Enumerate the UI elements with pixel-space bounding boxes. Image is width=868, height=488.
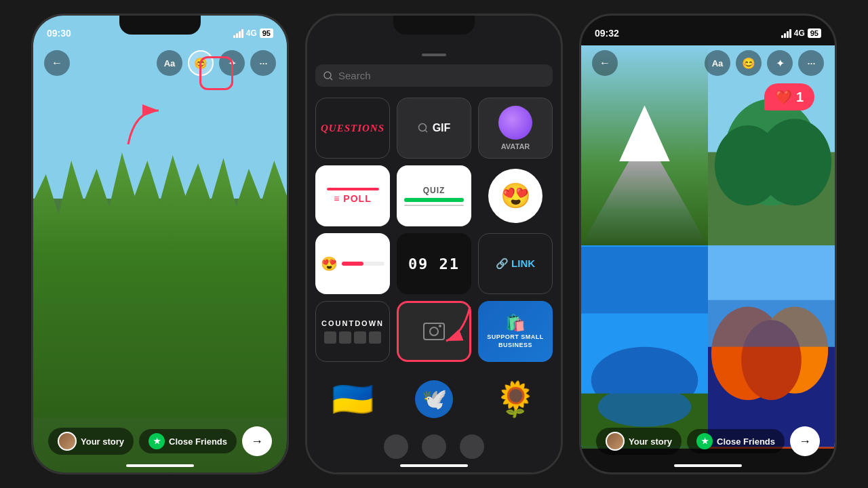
avatar-blob [498,106,532,140]
nav-dot-1 [384,434,408,459]
home-indicator-2 [400,464,468,467]
signal-type-1: 4G [246,28,257,38]
search-input[interactable] [338,70,545,81]
green-circle-3: ★ [696,433,713,449]
arrow-icon-3: → [799,434,811,449]
green-circle-1: ★ [149,433,165,449]
phone-1: 09:30 4G 95 ← Aa 😊 ✦ [31,14,289,474]
sticker-panel: QUESTIONS GIF AVATAR ≡ POLL QUIZ [307,45,561,472]
emoji-label: 😍 [500,182,531,210]
more-button-1[interactable]: ··· [250,50,276,76]
slider-emoji: 😍 [321,256,338,272]
sticker-photo[interactable] [397,301,471,362]
red-arrow-1 [121,97,176,151]
back-button-1[interactable]: ← [44,50,70,76]
search-small-icon [418,123,429,134]
your-story-button-1[interactable]: Your story [48,428,134,455]
sticker-button-3[interactable]: 😊 [736,50,762,76]
svg-rect-27 [708,300,835,347]
toolbar-3: ← Aa 😊 ✦ ··· [581,45,835,81]
close-friends-button-1[interactable]: ★ Close Friends [139,429,237,453]
timer-digits: 09 21 [408,256,460,272]
back-icon-3: ← [599,57,610,69]
sticker-avatar[interactable]: AVATAR [478,98,553,159]
quiz-bar [404,198,464,202]
bar3 [239,31,241,38]
text-button-3[interactable]: Aa [705,50,730,76]
svg-point-1 [324,72,331,79]
svg-line-4 [425,130,427,132]
text-icon-3: Aa [712,58,724,68]
countdown-box-1 [324,331,336,344]
sticker-slider[interactable]: 😍 [315,233,390,294]
toolbar-right-3: Aa 😊 ✦ ··· [705,50,824,76]
gif-label: GIF [433,122,451,134]
avatar-label: AVATAR [501,142,530,150]
close-friends-button-3[interactable]: ★ Close Friends [687,429,785,453]
countdown-label: COUNTDOWN [321,319,384,327]
sticker-gif[interactable]: GIF [397,98,471,159]
quiz-label: QUIZ [423,186,446,195]
signal-bars-3 [781,29,791,38]
sticker-icon-3: 😊 [742,57,755,70]
bg-q3 [581,245,708,448]
your-story-label-1: Your story [81,436,124,447]
sticker-countdown[interactable]: COUNTDOWN [315,301,390,362]
support-label: SUPPORT SMALL BUSINESS [478,333,553,349]
like-count: 1 [796,89,804,105]
search-bar[interactable] [315,64,553,87]
support-bag-icon: 🛍️ [505,313,526,332]
sparkle-icon-3: ✦ [776,57,785,70]
nav-dot-2 [422,434,446,459]
sticker-quiz[interactable]: QUIZ [397,165,471,226]
heart-icon: ❤️ [775,89,792,105]
bottom-bar-3: Your story ★ Close Friends → [581,424,835,459]
status-icons-3: 4G 95 [781,28,821,38]
poll-label: ≡ POLL [334,193,371,204]
dove-svg: 🕊️ [414,379,454,420]
sticker-poll[interactable]: ≡ POLL [315,165,390,226]
sticker-dove[interactable]: 🕊️ [397,369,471,430]
svg-text:🕊️: 🕊️ [422,387,448,411]
your-story-label-3: Your story [629,436,672,447]
like-badge: ❤️ 1 [764,83,814,110]
sticker-ukraine-heart[interactable]: 🇺🇦 [315,369,390,430]
svg-rect-19 [581,247,708,313]
more-icon-3: ··· [807,56,815,70]
status-bar-3: 09:32 4G 95 [581,16,835,45]
text-button-1[interactable]: Aa [157,50,182,76]
link-label: 🔗 LINK [496,258,535,270]
countdown-box-2 [339,331,351,344]
sticker-sunflower-peace[interactable]: 🌻 [478,369,553,430]
sticker-questions[interactable]: QUESTIONS [315,98,390,159]
bg-q4 [708,245,835,448]
svg-point-6 [430,327,438,336]
status-bar-1: 09:30 4G 95 [33,16,287,45]
signal-type-3: 4G [794,28,805,38]
svg-line-2 [330,78,332,80]
sticker-support[interactable]: 🛍️ SUPPORT SMALL BUSINESS [478,301,553,362]
bar1-3 [781,35,783,38]
nav-dot-3 [460,434,484,459]
next-button-3[interactable]: → [790,426,820,456]
mountain-snow [619,106,670,162]
sticker-timer[interactable]: 09 21 [397,233,471,294]
next-button-1[interactable]: → [242,426,272,456]
sticker-link[interactable]: 🔗 LINK [478,233,553,294]
slider-track [342,262,384,266]
home-indicator-3 [674,464,742,467]
signal-bars-1 [233,29,243,38]
back-button-3[interactable]: ← [592,50,618,76]
home-indicator-1 [126,464,194,467]
sparkle-button-3[interactable]: ✦ [767,50,793,76]
your-story-button-3[interactable]: Your story [596,428,682,455]
back-icon-1: ← [52,57,62,69]
more-button-3[interactable]: ··· [798,50,824,76]
arrow-icon-1: → [251,434,263,449]
close-friends-label-1: Close Friends [169,436,227,447]
sticker-emoji-face[interactable]: 😍 [488,169,542,223]
svg-rect-26 [708,247,835,300]
toolbar-1: ← Aa 😊 ✦ ··· [33,45,287,81]
close-friends-label-3: Close Friends [717,436,775,447]
phone-2: QUESTIONS GIF AVATAR ≡ POLL QUIZ [305,14,563,474]
